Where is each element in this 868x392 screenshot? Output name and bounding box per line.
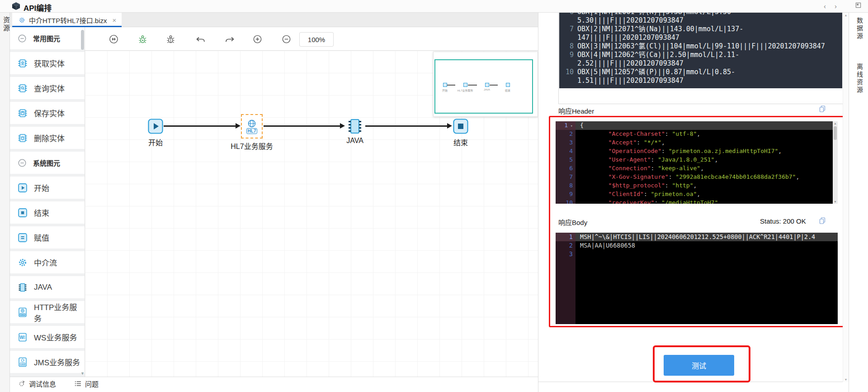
panel-scrollbar[interactable]: ▲▼ [843, 13, 849, 382]
node-java[interactable] [346, 117, 364, 137]
palette-item-start[interactable]: 开始 [10, 177, 85, 199]
zoom-in-icon[interactable] [252, 34, 263, 46]
code-line: 1MSH|^~\&|HTCIS||LIS||20240606201212.525… [556, 233, 838, 241]
minimap-node-java [485, 83, 489, 87]
right-resource-rail: 数据源 离线资源 [849, 13, 868, 392]
svg-text:HTTP: HTTP [20, 313, 25, 316]
bug-icon[interactable] [165, 34, 176, 46]
minimap-node-end [506, 83, 510, 87]
app-logo-cube-icon [12, 2, 20, 12]
globe-icon [247, 119, 256, 128]
node-start[interactable] [148, 119, 163, 136]
debug-run-icon[interactable] [137, 34, 148, 46]
code-line: 5 "User-Agent": "Java/1.8.0_251", [556, 156, 838, 164]
response-header-label: 响应Header [558, 106, 594, 115]
palette-scrollbar-thumb[interactable] [81, 30, 84, 50]
status-bar: 调试信息 问题 [10, 377, 538, 390]
palette-item-ws-service[interactable]: W WS业务服务 [10, 326, 85, 348]
minimap-label: 开始 [442, 88, 448, 92]
response-body-code[interactable]: 1MSH|^~\&|HTCIS||LIS||20240606201212.525… [556, 233, 838, 324]
palette-item-mediation-flow[interactable]: 中介流 [10, 251, 85, 273]
chip-get-entity-icon [17, 58, 28, 69]
minimap-label: 结束 [505, 88, 510, 92]
edge-hl7-to-java[interactable] [264, 125, 340, 127]
request-body-code[interactable]: 6OBX|1|NM|12061^钾(K)||5.38|mmol/L|3.50-5… [559, 13, 842, 88]
chip-delete-entity-icon [17, 133, 28, 143]
scroll-down-icon[interactable]: ▼ [833, 200, 838, 203]
window-layout-icon[interactable] [855, 2, 861, 10]
copy-icon[interactable] [819, 105, 826, 115]
test-result-panel: 6OBX|1|NM|12061^钾(K)||5.38|mmol/L|3.50-5… [538, 13, 849, 392]
redo-icon[interactable] [224, 34, 235, 47]
nav-forward-icon[interactable]: › [835, 2, 837, 10]
palette-item-query-entity[interactable]: 查询实体 [10, 77, 85, 99]
node-label-start: 开始 [137, 137, 174, 148]
node-end[interactable] [453, 119, 468, 136]
code-line: 10OBX|5|NM|12057^磷(P)||0.87|mmol/L|0.85- [559, 68, 842, 76]
node-label-end: 结束 [443, 137, 479, 148]
end-icon [17, 207, 28, 218]
palette-item-java[interactable]: JAVA [10, 276, 85, 298]
tab-close-icon[interactable]: × [113, 16, 117, 24]
code-line: 1 ▾{ [556, 121, 838, 130]
code-line: 7OBX|2|NM|12071^钠(Na)||143.00|mmol/L|137… [559, 25, 842, 33]
code-scrollbar[interactable]: ▲▼ [833, 121, 838, 204]
element-palette: 常用图元 获取实体 查询实体 保存实体 删除实体 系统图元 开始 结束 [10, 27, 85, 377]
tab-label: 中介HTTP转HL7接口.bizx [29, 15, 107, 25]
edge-java-to-end[interactable] [365, 125, 448, 127]
minimap[interactable]: 开始 HL7业务服务 JAVA 结束 [433, 52, 538, 117]
debug-info-icon [18, 380, 26, 387]
rail-tab-offline-resource[interactable]: 离线资源 [855, 63, 864, 94]
debug-info-tab[interactable]: 调试信息 [18, 379, 56, 388]
gear-icon [19, 17, 25, 24]
code-line: 8OBX|3|NM|12063^氯(Cl)||104|mmol/L|99-110… [559, 42, 842, 51]
java-chip-icon [17, 282, 28, 293]
palette-item-jms-service[interactable]: JMS JMS业务服务 [10, 351, 85, 373]
node-hl7-service-selected[interactable]: HL7 [241, 114, 263, 139]
gear-icon [17, 257, 28, 268]
minimap-label: JAVA [484, 88, 490, 91]
canvas-toolbar: 100% [85, 27, 538, 51]
minimap-viewport[interactable] [434, 59, 533, 114]
palette-item-delete-entity[interactable]: 删除实体 [10, 127, 85, 149]
palette-section-common[interactable]: 常用图元 [10, 27, 85, 49]
palette-item-assign[interactable]: 赋值 [10, 226, 85, 249]
node-label-java: JAVA [337, 137, 373, 145]
run-icon[interactable] [108, 34, 119, 46]
test-button[interactable]: 测试 [664, 355, 734, 376]
edge-start-to-hl7[interactable] [164, 125, 236, 127]
resource-rail-label[interactable]: 资源 [1, 16, 11, 33]
scroll-up-icon[interactable]: ▲ [843, 14, 849, 17]
code-line: 7 "X-Gov-Signature": "2992a81ecbca4e74bb… [556, 173, 838, 182]
scroll-down-icon[interactable]: ▼ [843, 378, 849, 381]
code-line: 2 "Accept-Charset": "utf-8", [556, 130, 838, 139]
request-body-container: 6OBX|1|NM|12061^钾(K)||5.38|mmol/L|3.50-5… [558, 13, 843, 104]
tab-biz-file[interactable]: 中介HTTP转HL7接口.bizx × [12, 13, 122, 27]
zoom-level-display[interactable]: 100% [299, 32, 334, 47]
assign-equals-icon [17, 232, 28, 243]
ws-service-icon: W [17, 332, 28, 343]
flow-canvas[interactable]: 开始 HL7 HL7业务服务 JAVA 结束 开始 HL7业务服务 JAVA [85, 51, 538, 377]
minimap-node-start [443, 83, 447, 87]
response-header-code[interactable]: 1 ▾{2 "Accept-Charset": "utf-8",3 "Accep… [556, 121, 838, 204]
title-bar: API编排 ‹ › [0, 0, 868, 13]
issues-tab[interactable]: 问题 [74, 379, 99, 388]
palette-item-get-entity[interactable]: 获取实体 [10, 52, 85, 74]
palette-scroll-down-icon[interactable]: ▼ [80, 371, 85, 376]
palette-item-save-entity[interactable]: 保存实体 [10, 102, 85, 124]
copy-icon[interactable] [819, 217, 826, 226]
zoom-out-icon[interactable] [281, 34, 292, 46]
code-line: 1.51||||F|||20201207093847 [559, 76, 842, 85]
minimap-label: HL7业务服务 [457, 88, 473, 92]
collapse-minus-icon [17, 158, 27, 168]
jms-service-icon: JMS [17, 357, 28, 368]
palette-section-system[interactable]: 系统图元 [10, 152, 85, 174]
palette-item-end[interactable]: 结束 [10, 201, 85, 224]
rail-tab-datasource[interactable]: 数据源 [855, 17, 864, 40]
scroll-up-icon[interactable]: ▲ [833, 122, 838, 125]
undo-icon[interactable] [195, 34, 206, 47]
left-resource-rail: 资源 [0, 13, 10, 392]
palette-item-http-service[interactable]: HTTP HTTP业务服务 [10, 301, 85, 323]
nav-back-icon[interactable]: ‹ [824, 2, 826, 10]
api-orchestration-window: API编排 ‹ › 资源 中介HTTP转HL7接口.bizx × 常用图元 获取… [0, 0, 868, 392]
